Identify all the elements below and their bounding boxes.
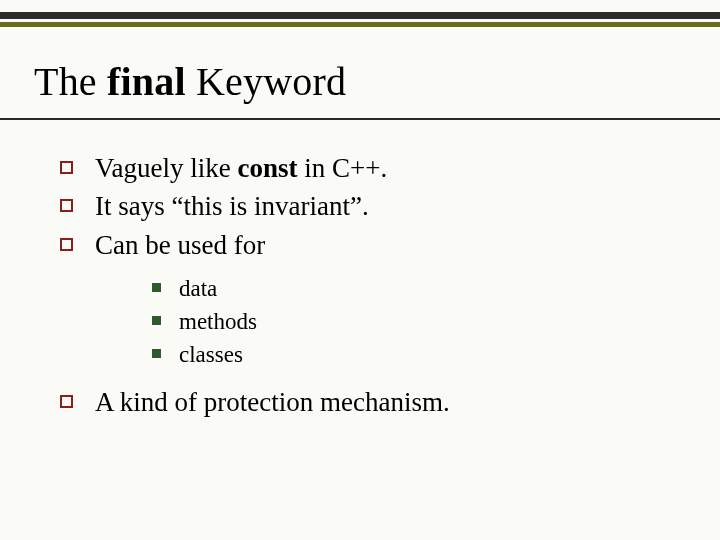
filled-square-icon (152, 316, 161, 325)
list-text: A kind of protection mechanism. (95, 384, 680, 420)
slide-title: The final Keyword (34, 58, 346, 105)
list-item: A kind of protection mechanism. (60, 384, 680, 420)
band-dark (0, 12, 720, 19)
list-text: Can be used for (95, 227, 680, 263)
t-bold: const (237, 153, 297, 183)
list-item: Can be used for (60, 227, 680, 263)
t: Can be used for (95, 230, 265, 260)
list-item: It says “this is invariant”. (60, 188, 680, 224)
filled-square-icon (152, 349, 161, 358)
sublist: data methods classes (152, 273, 680, 370)
list-text: Vaguely like const in C++. (95, 150, 680, 186)
hollow-square-icon (60, 161, 73, 174)
hollow-square-icon (60, 395, 73, 408)
body: Vaguely like const in C++. It says “this… (60, 150, 680, 423)
hollow-square-icon (60, 238, 73, 251)
hollow-square-icon (60, 199, 73, 212)
sub-item: classes (152, 339, 680, 370)
sub-item: methods (152, 306, 680, 337)
title-bold: final (107, 59, 186, 104)
title-pre: The (34, 59, 107, 104)
sub-item: data (152, 273, 680, 304)
slide: The final Keyword Vaguely like const in … (0, 0, 720, 540)
t: Vaguely like (95, 153, 237, 183)
title-rule (0, 118, 720, 120)
sub-text: classes (179, 339, 680, 370)
band-olive (0, 22, 720, 27)
filled-square-icon (152, 283, 161, 292)
sub-text: data (179, 273, 680, 304)
title-post: Keyword (186, 59, 346, 104)
list-item: Vaguely like const in C++. (60, 150, 680, 186)
list-text: It says “this is invariant”. (95, 188, 680, 224)
top-bands (0, 12, 720, 27)
t: in C++. (297, 153, 387, 183)
t: It says “this is invariant”. (95, 191, 369, 221)
sub-text: methods (179, 306, 680, 337)
